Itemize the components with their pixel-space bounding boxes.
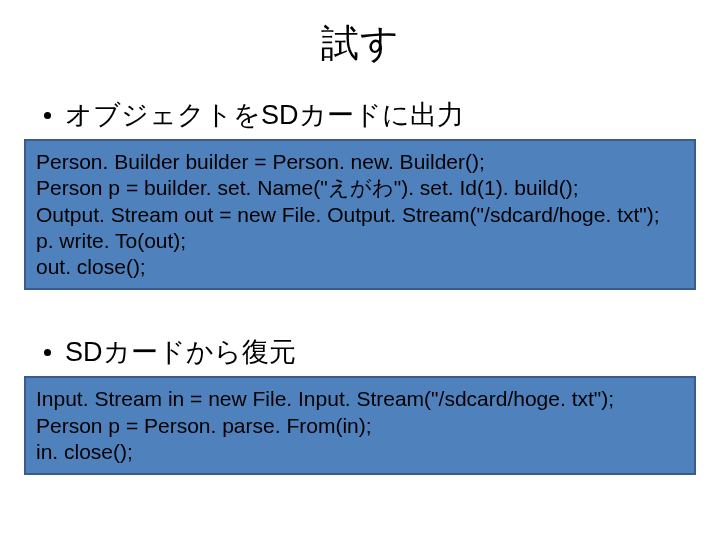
code-block-1: Person. Builder builder = Person. new. B…: [24, 139, 696, 290]
bullet-text-2: SDカードから復元: [65, 334, 296, 370]
code-line: Person p = Person. parse. From(in);: [36, 413, 684, 439]
slide: 試す オブジェクトをSDカードに出力 Person. Builder build…: [0, 0, 720, 540]
code-line: Input. Stream in = new File. Input. Stre…: [36, 386, 684, 412]
bullet-dot-icon: [44, 349, 51, 356]
code-line: p. write. To(out);: [36, 228, 684, 254]
bullet-item-2: SDカードから復元: [0, 334, 720, 370]
bullet-item-1: オブジェクトをSDカードに出力: [0, 97, 720, 133]
code-line: out. close();: [36, 254, 684, 280]
slide-title: 試す: [0, 18, 720, 69]
code-block-2: Input. Stream in = new File. Input. Stre…: [24, 376, 696, 475]
code-line: Output. Stream out = new File. Output. S…: [36, 202, 684, 228]
spacer: [0, 290, 720, 334]
code-line: Person. Builder builder = Person. new. B…: [36, 149, 684, 175]
code-line: in. close();: [36, 439, 684, 465]
code-line: Person p = builder. set. Name("えがわ"). se…: [36, 175, 684, 201]
bullet-dot-icon: [44, 112, 51, 119]
bullet-text-1: オブジェクトをSDカードに出力: [65, 97, 464, 133]
